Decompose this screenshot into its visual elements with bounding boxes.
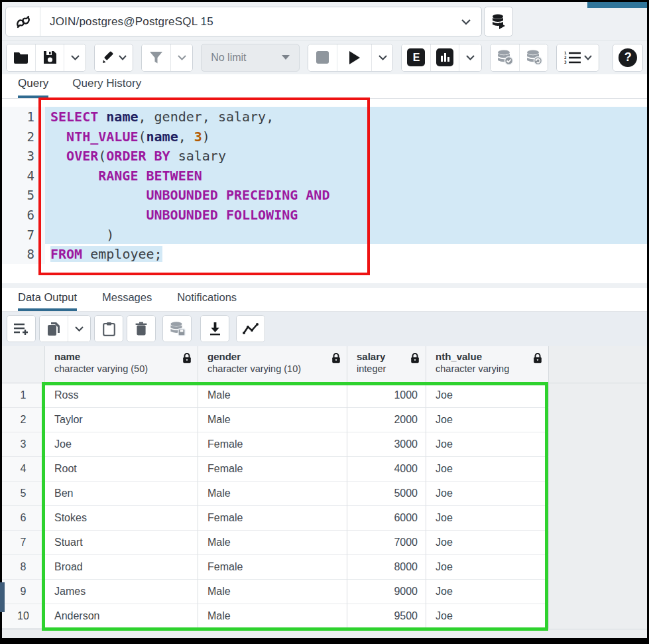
add-row-button[interactable]: [7, 316, 35, 342]
download-results-button[interactable]: [201, 316, 229, 342]
cell-gender[interactable]: Female: [198, 432, 347, 457]
row-number-cell[interactable]: 4: [2, 457, 45, 482]
row-number-cell[interactable]: 8: [2, 555, 45, 580]
tab-notifications[interactable]: Notifications: [177, 291, 237, 311]
cell-name[interactable]: Stokes: [45, 506, 198, 531]
cell-name[interactable]: Broad: [45, 555, 198, 580]
row-limit-select[interactable]: No limit: [201, 44, 300, 72]
save-file-button[interactable]: [35, 44, 64, 71]
cell-nth_value[interactable]: Joe: [426, 604, 549, 629]
cell-salary[interactable]: 4000: [347, 457, 426, 482]
cell-gender[interactable]: Female: [198, 506, 347, 531]
macros-menu-button[interactable]: 123: [557, 44, 599, 71]
explain-button[interactable]: E: [402, 44, 430, 71]
grid-body: 1RossMale1000Joe2TaylorMale2000Joe3JoeFe…: [2, 383, 647, 629]
cell-name[interactable]: Ben: [45, 482, 198, 506]
cell-name[interactable]: Taylor: [45, 408, 198, 432]
row-number-cell[interactable]: 9: [2, 580, 45, 604]
explain-options-dropdown[interactable]: [459, 44, 481, 71]
cell-nth_value[interactable]: Joe: [426, 432, 549, 457]
tab-messages[interactable]: Messages: [102, 291, 152, 311]
editor-line[interactable]: 5 UNBOUNDED PRECEDING AND: [2, 186, 647, 206]
cell-name[interactable]: Ross: [45, 383, 198, 408]
cell-name[interactable]: Stuart: [45, 531, 198, 555]
editor-line[interactable]: 1SELECT name, gender, salary,: [2, 107, 647, 127]
cell-salary[interactable]: 7000: [347, 531, 426, 555]
row-number-cell[interactable]: 10: [2, 604, 45, 629]
row-number-cell[interactable]: 1: [2, 383, 45, 408]
cell-nth_value[interactable]: Joe: [426, 383, 549, 408]
open-file-button[interactable]: [7, 44, 35, 71]
cell-nth_value[interactable]: Joe: [426, 506, 549, 531]
connection-selector[interactable]: JOIN/postgres@PostgreSQL 15: [5, 7, 482, 36]
cell-name[interactable]: James: [45, 580, 198, 604]
rollback-button[interactable]: [519, 44, 548, 71]
cell-gender[interactable]: Female: [198, 555, 347, 580]
column-header-nth_value[interactable]: nth_valuecharacter varying: [426, 346, 549, 383]
column-header-salary[interactable]: salaryinteger: [347, 346, 426, 383]
cell-name[interactable]: Joe: [45, 432, 198, 457]
execute-query-button[interactable]: [337, 44, 371, 71]
save-options-dropdown[interactable]: [64, 44, 86, 71]
save-data-changes-button[interactable]: [163, 316, 191, 342]
cell-nth_value[interactable]: Joe: [426, 408, 549, 432]
cell-gender[interactable]: Male: [198, 383, 347, 408]
filter-options-dropdown[interactable]: [170, 44, 193, 71]
tab-data-output[interactable]: Data Output: [18, 291, 77, 311]
cell-nth_value[interactable]: Joe: [426, 457, 549, 482]
column-header-name[interactable]: namecharacter varying (50): [45, 346, 198, 383]
line-code: SELECT name, gender, salary,: [45, 107, 647, 127]
copy-button[interactable]: [40, 316, 68, 342]
column-header-gender[interactable]: gendercharacter varying (10): [198, 346, 347, 383]
row-number-cell[interactable]: 2: [2, 408, 45, 432]
cell-salary[interactable]: 5000: [347, 482, 426, 506]
execute-options-dropdown[interactable]: [371, 44, 394, 71]
vertical-scrollbar-thumb[interactable]: [0, 582, 5, 612]
cell-gender[interactable]: Male: [198, 408, 347, 432]
cell-nth_value[interactable]: Joe: [426, 531, 549, 555]
explain-analyze-button[interactable]: [430, 44, 459, 71]
editor-line[interactable]: 2 NTH_VALUE(name, 3): [2, 127, 647, 147]
cell-salary[interactable]: 9500: [347, 604, 426, 629]
cell-salary[interactable]: 3000: [347, 432, 426, 457]
visualize-data-button[interactable]: [237, 316, 265, 342]
commit-button[interactable]: [491, 44, 519, 71]
cell-salary[interactable]: 2000: [347, 408, 426, 432]
cell-nth_value[interactable]: Joe: [426, 555, 549, 580]
cell-salary[interactable]: 9000: [347, 580, 426, 604]
sql-editor[interactable]: 1SELECT name, gender, salary,2 NTH_VALUE…: [2, 99, 647, 283]
cell-gender[interactable]: Male: [198, 604, 347, 629]
copy-options-dropdown[interactable]: [68, 316, 90, 342]
grid-corner-cell[interactable]: [2, 346, 45, 383]
cell-nth_value[interactable]: Joe: [426, 482, 549, 506]
editor-line[interactable]: 4 RANGE BETWEEN: [2, 166, 647, 186]
filter-button[interactable]: [142, 44, 170, 71]
delete-row-button[interactable]: [127, 316, 155, 342]
tab-query[interactable]: Query: [18, 77, 48, 98]
file-button-group: [6, 44, 86, 72]
cell-name[interactable]: Anderson: [45, 604, 198, 629]
paste-button[interactable]: [95, 316, 123, 342]
cell-gender[interactable]: Male: [198, 482, 347, 506]
new-connection-button[interactable]: [484, 7, 513, 36]
cell-salary[interactable]: 8000: [347, 555, 426, 580]
cell-nth_value[interactable]: Joe: [426, 580, 549, 604]
row-number-cell[interactable]: 7: [2, 531, 45, 555]
cancel-query-button[interactable]: [308, 44, 337, 71]
tab-query-history[interactable]: Query History: [72, 77, 141, 98]
edit-button[interactable]: [95, 44, 133, 71]
cell-gender[interactable]: Female: [198, 457, 347, 482]
cell-gender[interactable]: Male: [198, 580, 347, 604]
editor-line[interactable]: 8FROM employee;: [2, 244, 647, 264]
cell-salary[interactable]: 1000: [347, 383, 426, 408]
editor-line[interactable]: 7 ): [2, 225, 647, 245]
cell-name[interactable]: Root: [45, 457, 198, 482]
row-number-cell[interactable]: 5: [2, 482, 45, 506]
editor-line[interactable]: 6 UNBOUNDED FOLLOWING: [2, 205, 647, 225]
cell-salary[interactable]: 6000: [347, 506, 426, 531]
row-number-cell[interactable]: 3: [2, 432, 45, 457]
row-number-cell[interactable]: 6: [2, 506, 45, 531]
cell-gender[interactable]: Male: [198, 531, 347, 555]
editor-line[interactable]: 3 OVER(ORDER BY salary: [2, 146, 647, 166]
help-button[interactable]: ?: [613, 44, 642, 71]
